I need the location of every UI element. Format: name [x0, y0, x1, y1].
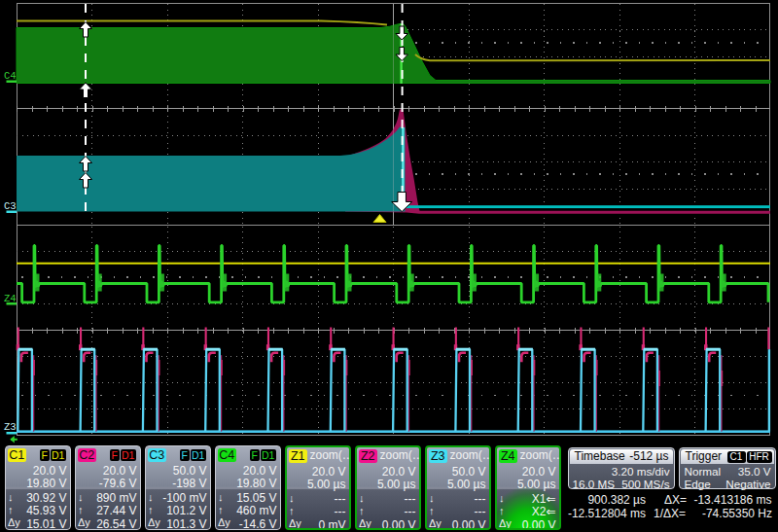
svg-text:Z3: Z3 [4, 421, 17, 433]
svg-text:Z4: Z4 [4, 293, 17, 304]
svg-text:C4: C4 [4, 70, 17, 82]
svg-text:C3: C3 [4, 200, 17, 212]
